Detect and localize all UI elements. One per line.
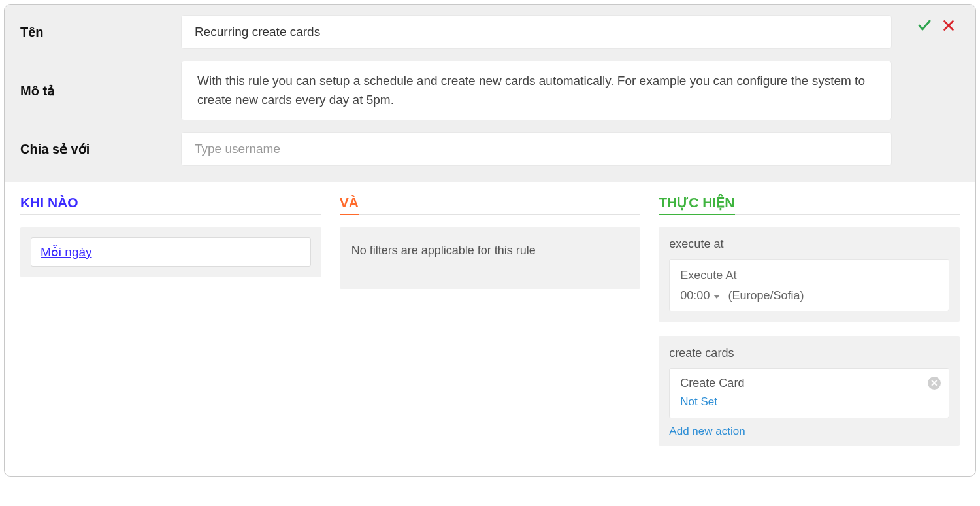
confirm-icon[interactable] <box>917 18 932 36</box>
label-share: Chia sẻ với <box>20 141 181 157</box>
name-input[interactable] <box>195 25 878 39</box>
row-description: Mô tả With this rule you can setup a sch… <box>20 61 960 120</box>
name-field[interactable] <box>181 15 892 49</box>
remove-action-icon[interactable]: ✕ <box>928 377 941 390</box>
description-field[interactable]: With this rule you can setup a schedule … <box>181 61 892 120</box>
execute-block: execute at Execute At 00:00 (Europe/Sofi… <box>659 227 960 322</box>
header-actions <box>917 18 956 36</box>
when-block: Mỗi ngày <box>20 227 321 277</box>
create-card-value-link[interactable]: Not Set <box>680 396 717 408</box>
execute-time-value: 00:00 <box>680 289 710 303</box>
when-title-wrap: KHI NÀO <box>20 195 321 215</box>
row-share: Chia sẻ với <box>20 132 960 166</box>
when-inner: Mỗi ngày <box>31 237 311 267</box>
column-when: KHI NÀO Mỗi ngày <box>20 195 321 460</box>
and-block: No filters are applicable for this rule <box>340 227 641 289</box>
rule-editor-panel: Tên Mô tả With this rule you can setup a… <box>4 4 976 477</box>
create-card-item: ✕ Create Card Not Set <box>669 368 949 418</box>
share-input[interactable] <box>195 142 878 156</box>
label-description: Mô tả <box>20 83 181 99</box>
cancel-icon[interactable] <box>941 18 956 35</box>
caret-down-icon <box>713 295 720 299</box>
column-and: VÀ No filters are applicable for this ru… <box>340 195 641 460</box>
add-action-link[interactable]: Add new action <box>669 425 745 438</box>
trigger-link[interactable]: Mỗi ngày <box>41 245 92 259</box>
when-title: KHI NÀO <box>20 195 78 214</box>
do-title: THỰC HIỆN <box>659 195 734 215</box>
column-do: THỰC HIỆN execute at Execute At 00:00 (E… <box>659 195 960 460</box>
execute-time-row[interactable]: 00:00 (Europe/Sofia) <box>680 289 938 303</box>
do-title-wrap: THỰC HIỆN <box>659 195 960 215</box>
execute-timezone: (Europe/Sofia) <box>728 289 804 303</box>
columns-section: KHI NÀO Mỗi ngày VÀ No filters are appli… <box>5 182 975 476</box>
header-section: Tên Mô tả With this rule you can setup a… <box>5 5 975 182</box>
create-block: create cards ✕ Create Card Not Set Add n… <box>659 336 960 446</box>
label-name: Tên <box>20 25 181 40</box>
execute-box: Execute At 00:00 (Europe/Sofia) <box>669 259 949 311</box>
and-message: No filters are applicable for this rule <box>351 244 536 257</box>
and-title-wrap: VÀ <box>340 195 641 215</box>
row-name: Tên <box>20 15 960 49</box>
and-title: VÀ <box>340 195 359 215</box>
execute-section-label: execute at <box>669 237 949 251</box>
execute-box-title: Execute At <box>680 269 938 282</box>
create-section-label: create cards <box>669 346 949 360</box>
share-field[interactable] <box>181 132 892 166</box>
create-card-title: Create Card <box>680 377 938 390</box>
